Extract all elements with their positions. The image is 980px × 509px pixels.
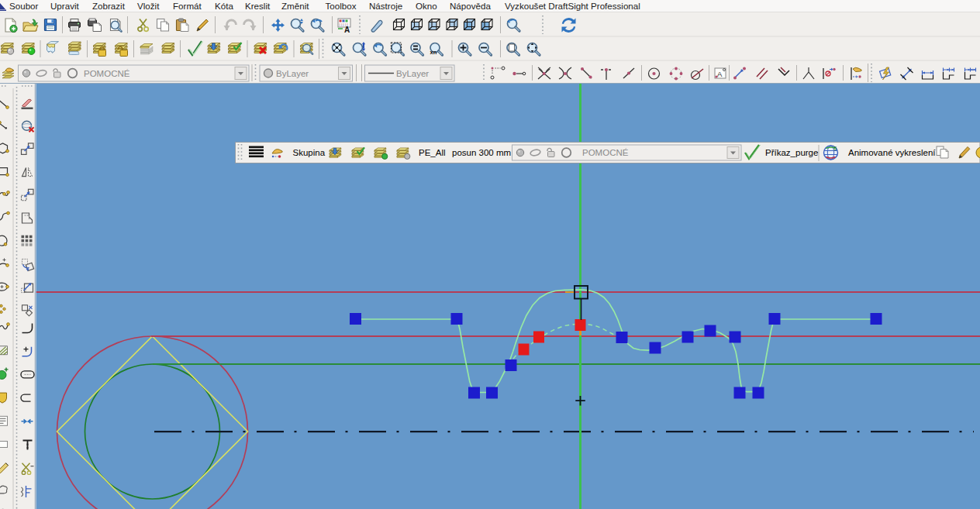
svg-text:POMOCNÉ: POMOCNÉ	[582, 148, 629, 157]
svg-text:A: A	[717, 70, 723, 78]
svg-text:Zobrazit: Zobrazit	[92, 1, 126, 11]
svg-text:Animované vykreslení: Animované vykreslení	[848, 148, 936, 157]
svg-text:Změnit: Změnit	[281, 1, 309, 11]
svg-text:Kreslit: Kreslit	[245, 1, 271, 11]
svg-text:5: 5	[834, 146, 837, 151]
svg-text:Vložit: Vložit	[137, 1, 160, 11]
svg-text:Vyzkoušet DraftSight Professio: Vyzkoušet DraftSight Professional	[505, 1, 640, 11]
svg-text:Formát: Formát	[173, 1, 202, 11]
svg-text:Upravit: Upravit	[50, 1, 80, 11]
svg-text:ByLayer: ByLayer	[276, 69, 309, 78]
svg-text:Nápověda: Nápověda	[450, 1, 491, 11]
svg-text:xn: xn	[430, 49, 437, 56]
svg-text:POMOCNÉ: POMOCNÉ	[84, 69, 130, 78]
svg-text:Kóta: Kóta	[215, 1, 233, 11]
svg-text:Okno: Okno	[416, 1, 437, 11]
svg-text:PE_All: PE_All	[419, 148, 446, 157]
svg-text:ByLayer: ByLayer	[396, 69, 429, 78]
svg-text:Soubor: Soubor	[9, 1, 39, 11]
svg-text:Příkaz_purge: Příkaz_purge	[765, 148, 818, 157]
svg-text:Nástroje: Nástroje	[369, 1, 402, 11]
svg-text:A: A	[344, 26, 350, 34]
svg-text:posun 300 mm: posun 300 mm	[452, 148, 511, 157]
svg-text:Toolbox: Toolbox	[326, 1, 357, 11]
svg-text:Skupina: Skupina	[293, 148, 326, 157]
